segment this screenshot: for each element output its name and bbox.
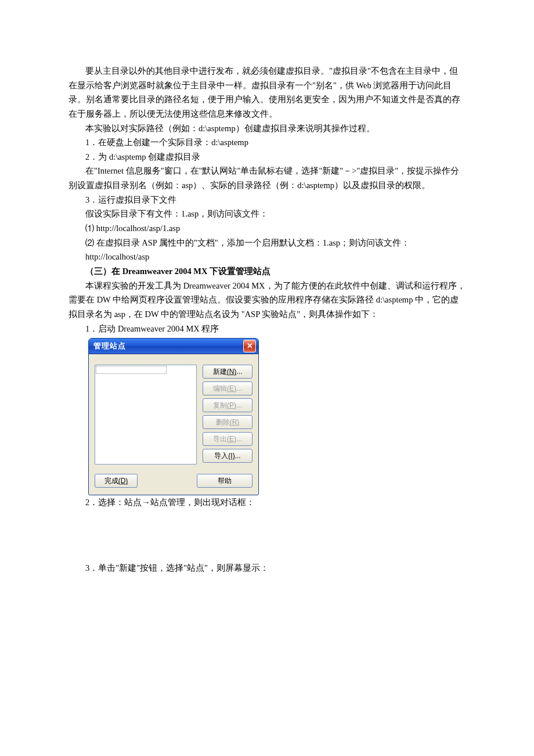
import-button[interactable]: 导入(I)... — [203, 449, 252, 463]
button-column: 新建(N)... 编辑(E)... 复制(P)... 删除(R) 导出(E)..… — [203, 365, 252, 465]
list-item: 3．运行虚拟目录下文件 — [85, 193, 466, 207]
new-button[interactable]: 新建(N)... — [203, 365, 252, 379]
dialog-footer: 完成(D) 帮助 — [89, 470, 258, 495]
list-item: 1．在硬盘上创建一个实际目录：d:\asptemp — [85, 135, 466, 150]
btn-accesskey: (E) — [227, 433, 236, 445]
list-item: 2．为 d:\asptemp 创建虚拟目录 — [85, 150, 466, 164]
paragraph: 要从主目录以外的其他目录中进行发布，就必须创建虚拟目录。"虚拟目录"不包含在主目… — [68, 64, 466, 121]
paragraph: 在"Internet 信息服务"窗口，在"默认网站"单击鼠标右键，选择"新建"－… — [68, 164, 466, 192]
copy-button: 复制(P)... — [203, 398, 252, 412]
btn-accesskey: (D) — [118, 475, 128, 487]
step-item: 2．选择：站点→站点管理，则出现对话框： — [85, 495, 466, 510]
btn-ellipsis: ... — [236, 399, 242, 411]
btn-label: 删除 — [216, 416, 230, 428]
sub-item: ⑴ http://localhost/asp/1.asp — [85, 221, 466, 236]
btn-accesskey: (I) — [228, 450, 234, 462]
btn-label: 导入 — [214, 450, 228, 462]
btn-accesskey: (N) — [227, 366, 237, 377]
dialog-title: 管理站点 — [93, 340, 126, 352]
export-button: 导出(E)... — [203, 432, 252, 446]
paragraph: 本课程实验的开发工具为 Dreamweaver 2004 MX，为了能方便的在此… — [68, 279, 466, 322]
paragraph: 本实验以对实际路径（例如：d:\asptemp）创建虚拟目录来说明其操作过程。 — [68, 121, 466, 136]
btn-ellipsis: ... — [236, 366, 242, 377]
paragraph: 假设实际目录下有文件：1.asp，则访问该文件： — [85, 207, 466, 221]
blank-space — [68, 510, 466, 561]
sub-item: ⑵ 在虚拟目录 ASP 属性中的"文档"，添加一个启用默认文档：1.asp；则访… — [85, 236, 466, 264]
step-item: 3．单击"新建"按钮，选择"站点"，则屏幕显示： — [85, 561, 466, 575]
btn-label: 编辑 — [213, 383, 227, 394]
done-button[interactable]: 完成(D) — [95, 474, 138, 488]
btn-label: 完成 — [104, 475, 118, 487]
btn-ellipsis: ... — [235, 450, 241, 462]
manage-sites-dialog: 管理站点 ✕ 新建(N)... 编辑(E)... 复制(P)... — [88, 338, 259, 495]
btn-ellipsis: ... — [236, 433, 242, 445]
btn-ellipsis: ... — [236, 383, 242, 394]
help-button[interactable]: 帮助 — [197, 474, 252, 488]
document-page: 要从主目录以外的其他目录中进行发布，就必须创建虚拟目录。"虚拟目录"不包含在主目… — [0, 0, 534, 756]
btn-label: 复制 — [213, 399, 227, 411]
btn-label: 导出 — [213, 433, 227, 445]
step-item: 1．启动 Dreamweaver 2004 MX 程序 — [85, 322, 466, 336]
dialog-figure: 管理站点 ✕ 新建(N)... 编辑(E)... 复制(P)... — [88, 338, 466, 495]
edit-button: 编辑(E)... — [203, 381, 252, 395]
dialog-body: 新建(N)... 编辑(E)... 复制(P)... 删除(R) 导出(E)..… — [89, 354, 258, 470]
btn-accesskey: (E) — [227, 383, 236, 394]
listbox-focus-rect — [96, 366, 167, 374]
section-heading: （三）在 Dreamweaver 2004 MX 下设置管理站点 — [85, 264, 466, 279]
btn-accesskey: (R) — [230, 416, 240, 428]
delete-button: 删除(R) — [203, 415, 252, 429]
close-icon[interactable]: ✕ — [243, 340, 256, 352]
btn-accesskey: (P) — [227, 399, 236, 411]
titlebar: 管理站点 ✕ — [89, 339, 258, 354]
btn-label: 新建 — [213, 366, 227, 377]
sites-listbox[interactable] — [95, 365, 197, 465]
